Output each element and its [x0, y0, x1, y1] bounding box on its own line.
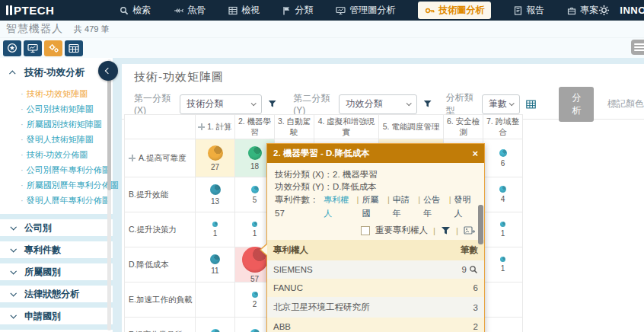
row-label: C.提升決策力 [129, 225, 177, 235]
sidebar-section-title: 公司別 [24, 222, 52, 235]
drag-handle-icon[interactable] [129, 155, 135, 161]
bubble[interactable] [210, 254, 220, 264]
popup-filter-funnel-icon[interactable] [441, 226, 451, 235]
matrix-row-header[interactable]: C.提升決策力 [125, 212, 196, 247]
list-panel-button[interactable] [631, 40, 644, 55]
nav-item-report[interactable]: 報告 [514, 4, 544, 17]
magnifier-icon[interactable] [469, 265, 478, 274]
column-label: 1. 計算 [207, 122, 232, 132]
close-icon[interactable]: × [472, 149, 478, 158]
sidebar-section-country[interactable]: 所屬國別 [0, 263, 113, 280]
popup-scrollbar-thumb[interactable] [478, 205, 483, 244]
popup-header[interactable]: 2. 機器學習 - D.降低成本 × [267, 144, 484, 163]
bubble[interactable] [211, 329, 220, 332]
matrix-row-header[interactable]: D.降低成本 [125, 247, 196, 283]
nav-item-management-chart[interactable]: 管理圖分析 [336, 4, 395, 17]
mark-color-label[interactable]: 標記顏色 [607, 97, 644, 110]
favorite-view-button[interactable] [3, 40, 21, 56]
nav-item-label: 分類 [295, 4, 313, 17]
matrix-column-header[interactable]: 6. 安全檢測 [444, 115, 483, 139]
bubble[interactable] [499, 149, 507, 157]
settings-gear-icon[interactable] [598, 5, 610, 16]
x-filter-funnel-icon[interactable] [268, 99, 276, 109]
popup-tab-inventor[interactable]: 發明人 [454, 193, 477, 220]
nav-item-fishbone[interactable]: 魚骨 [174, 4, 206, 17]
nav-item-label: 技術圖分析 [438, 4, 484, 17]
sidebar-item-inventor-year-dist[interactable]: 發明人曆年專利分佈圖 [0, 193, 113, 208]
logo-text: PTECH [14, 4, 54, 17]
matrix-column-header[interactable]: 2. 機器學習 [235, 115, 275, 139]
nav-item-tech-chart-active[interactable]: 技術圖分析 [418, 2, 491, 19]
export-image-icon[interactable] [464, 226, 475, 235]
table-view-button[interactable] [65, 40, 83, 56]
bubble[interactable] [500, 257, 505, 262]
bubble[interactable] [210, 184, 221, 195]
dashboard-view-button[interactable] [24, 40, 42, 56]
drag-handle-icon[interactable] [198, 123, 205, 130]
analysis-type-select[interactable]: 筆數 [482, 94, 521, 114]
matrix-row-header[interactable]: E.加速工作的負載 [125, 283, 196, 318]
assignee-count: 2 [473, 322, 478, 331]
assignee-row[interactable]: 北京卫星环境工程研究所 3 [267, 297, 484, 318]
matrix-column-header[interactable]: 3. 自動駕駛 [275, 115, 314, 139]
nav-item-classify[interactable]: 分類 [282, 4, 313, 17]
sidebar-item-country-year-dist[interactable]: 所屬國別曆年專利分佈圖 [0, 177, 113, 193]
analysis-view-button-active[interactable] [44, 40, 62, 56]
bubble[interactable] [252, 222, 257, 227]
y-category-select[interactable]: 功效分類 [339, 94, 417, 114]
popup-tab-country[interactable]: 所屬國 [362, 193, 384, 220]
sidebar-item-tech-effect-dist[interactable]: 技術-功效分佈圖 [0, 147, 113, 162]
important-assignee-checkbox[interactable] [361, 226, 370, 235]
nav-item-view[interactable]: 檢視 [228, 4, 260, 17]
sidebar-item-tech-effect-matrix[interactable]: 技術-功效矩陣圖 [0, 86, 113, 101]
nav-item-label: 檢索 [132, 4, 151, 17]
popup-tab-filing-year[interactable]: 申請年 [393, 193, 415, 220]
bubble[interactable] [499, 186, 506, 193]
matrix-column-header[interactable]: 4. 虛擬和增強現實 [314, 115, 379, 139]
matrix-cell [483, 283, 523, 318]
sidebar-section-filing-country[interactable]: 申請國別 [0, 308, 113, 324]
cell-value: 57 [250, 276, 259, 283]
matrix-column-header[interactable]: 1. 計算 [196, 115, 235, 139]
assignee-row[interactable]: FANUC 6 [267, 279, 484, 297]
sidebar-section-tech-effect[interactable]: 技術-功效分析 [0, 58, 113, 85]
y-filter-funnel-icon[interactable] [423, 99, 432, 109]
bubble[interactable] [252, 292, 258, 298]
sidebar-section-legal-status[interactable]: 法律狀態分析 [0, 286, 113, 302]
sidebar-collapse-button[interactable] [98, 61, 118, 81]
matrix-column-header[interactable]: 7. 跨域整合 [483, 115, 523, 139]
sidebar-section-patent-count[interactable]: 專利件數 [0, 241, 113, 258]
nav-item-search[interactable]: 檢索 [120, 4, 151, 17]
assignee-row[interactable]: SIEMENS 9 [267, 260, 484, 279]
bubble[interactable] [251, 186, 259, 193]
cell-value: 1 [501, 230, 505, 238]
matrix-row-header[interactable]: A.提高可靠度 [125, 139, 196, 177]
table-layout-icon[interactable] [526, 99, 536, 110]
analyze-button[interactable]: 分析 [559, 87, 594, 122]
bubble[interactable] [500, 222, 505, 227]
sidebar-section-company[interactable]: 公司別 [0, 219, 113, 236]
sidebar-item-inventor-tech-matrix[interactable]: 發明人技術矩陣圖 [0, 132, 113, 147]
bubble[interactable] [250, 329, 260, 332]
chevron-down-icon [406, 101, 412, 106]
bubble[interactable] [248, 146, 262, 160]
cell-value: 27 [211, 164, 219, 171]
popup-tab-publication-year[interactable]: 公告年 [423, 193, 445, 220]
bubble[interactable] [208, 145, 223, 161]
sidebar-item-country-tech-matrix[interactable]: 所屬國別技術矩陣圖 [0, 117, 113, 132]
app-logo[interactable]: PTECH [6, 4, 54, 17]
popup-tab-assignee[interactable]: 專利權人 [324, 193, 353, 220]
assignee-row[interactable]: ABB 2 [267, 318, 484, 332]
matrix-column-header[interactable]: 5. 電能調度管理 [379, 115, 444, 139]
bubble[interactable] [212, 222, 218, 227]
sidebar-section-title: 所屬國別 [24, 266, 61, 279]
assignee-name: SIEMENS [273, 265, 313, 274]
assignee-count: 9 [462, 265, 467, 274]
column-label: 4. 虛擬和增強現實 [316, 117, 377, 138]
sidebar-item-company-tech-matrix[interactable]: 公司別技術矩陣圖 [0, 101, 113, 117]
sidebar-item-company-year-dist[interactable]: 公司別曆年專利分佈圖 [0, 162, 113, 177]
x-category-select[interactable]: 技術分類 [180, 94, 262, 114]
nav-item-project[interactable]: 專案 [567, 4, 598, 17]
matrix-row-header[interactable]: B.提升效能 [125, 177, 196, 212]
matrix-row-header[interactable]: F.提高作業品質 [125, 318, 196, 332]
